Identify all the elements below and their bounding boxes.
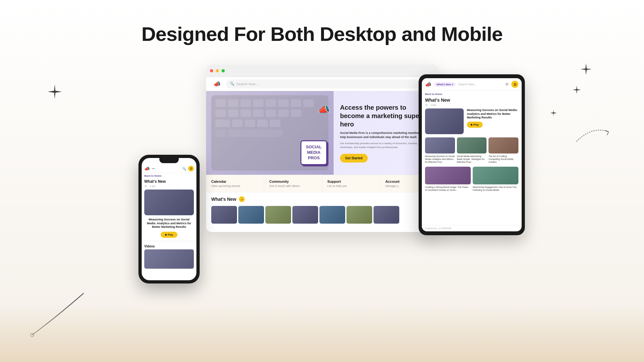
get-started-button[interactable]: Get Started <box>340 154 368 162</box>
tablet-search-tag[interactable]: What's New × <box>434 82 456 87</box>
powered-by-brand: ● LEARNINE <box>438 227 451 229</box>
tablet-grid-item-2: Social Media Advertising Made Simple: St… <box>457 137 487 163</box>
star-decoration-1 <box>47 84 63 100</box>
tablet-grid-title-3: The Art of Crafting Compelling Social Me… <box>488 155 518 163</box>
thumbnail-3 <box>265 206 291 224</box>
thumbnail-6 <box>346 206 372 224</box>
thumbnail-1 <box>211 206 237 224</box>
hero-description: Our membership provides access to a vari… <box>340 142 431 149</box>
svg-rect-20 <box>257 119 268 127</box>
mobile-play-button[interactable]: ▶ Play <box>161 232 178 238</box>
nav-tile-calendar-title: Calendar <box>211 180 259 183</box>
browser-dot-minimize <box>216 69 219 72</box>
mobile-video-thumbnail <box>144 190 194 215</box>
arrow-decoration <box>573 119 612 146</box>
svg-rect-8 <box>291 99 301 107</box>
tablet-grid-row2-title-1: Creating a Strong Brand Image: The Power… <box>425 186 471 191</box>
svg-point-0 <box>31 333 34 337</box>
tablet-back-button[interactable]: Back to Home <box>422 91 522 97</box>
nav-tile-support-title: Support <box>327 180 375 183</box>
svg-rect-11 <box>228 109 239 117</box>
svg-rect-19 <box>245 119 255 127</box>
tablet-grid-row2-title-2: Maximizing Engagement: How to Grow Your … <box>473 186 518 191</box>
devices-container: 📣 🔍 Search here... ☰ <box>145 65 499 283</box>
svg-rect-7 <box>278 99 289 107</box>
whats-new-title: What's New <box>211 197 236 202</box>
star-decoration-2 <box>580 63 592 76</box>
svg-rect-23 <box>228 130 282 137</box>
star-decoration-3 <box>572 85 581 94</box>
page-title: Designed For Both Desktop and Mobile <box>141 23 502 45</box>
badge-line1: SOCIAL <box>306 144 322 150</box>
mobile-video-title: Measuring Success on Social Media: Analy… <box>142 215 196 230</box>
browser-dot-close <box>210 69 213 72</box>
tablet-featured-info: Measuring Success on Social Media: Analy… <box>467 108 518 134</box>
tablet-play-button[interactable]: ▶ Play <box>467 122 483 128</box>
mobile-notch <box>159 158 179 163</box>
social-media-badge: SOCIAL MEDIA PROS <box>300 140 327 165</box>
badge-line2: MEDIA <box>306 150 322 155</box>
tablet-settings-icon[interactable]: ⚙ <box>505 82 509 87</box>
tablet-powered-by: Powered by ● LEARNINE <box>422 225 522 231</box>
tablet-grid-row2-thumb-1 <box>425 167 471 184</box>
mobile-logo: 📣 <box>144 166 150 171</box>
svg-rect-13 <box>253 109 264 117</box>
app-search-bar[interactable]: 🔍 Search here... <box>226 79 419 88</box>
tablet-grid-title-1: Measuring Success on Social Media: Analy… <box>425 155 455 163</box>
nav-tile-support-sub: Let us help you <box>327 184 375 188</box>
nav-tile-community-title: Community <box>269 180 317 183</box>
search-placeholder-text: Search here... <box>236 82 259 86</box>
tablet-grid-row2-item-1: Creating a Strong Brand Image: The Power… <box>425 167 471 191</box>
svg-rect-10 <box>215 109 226 117</box>
mobile-back-button[interactable]: Back to Home <box>142 173 196 179</box>
whats-new-badge[interactable]: → <box>239 196 245 202</box>
tablet-video-grid-row2: Creating a Strong Brand Image: The Power… <box>422 167 522 195</box>
star-decoration-4 <box>550 109 557 116</box>
mobile-video-thumb-small <box>144 249 194 269</box>
tablet-grid-thumb-1 <box>425 137 455 153</box>
nav-tile-calendar-sub: View upcoming events <box>211 184 259 188</box>
app-header: 📣 🔍 Search here... ☰ <box>206 77 438 91</box>
badge-line3: PROS <box>306 155 322 161</box>
desktop-mockup: 📣 🔍 Search here... ☰ <box>206 65 438 232</box>
svg-rect-15 <box>278 109 289 117</box>
mobile-divider <box>142 241 196 241</box>
mobile-search-button[interactable]: 🔍 <box>182 167 186 171</box>
nav-tile-calendar[interactable]: Calendar View upcoming events <box>206 175 264 192</box>
whats-new-bar: What's New → <box>206 192 438 206</box>
svg-rect-22 <box>215 130 226 137</box>
svg-rect-16 <box>291 109 301 117</box>
tablet-meta-time: 1 min <box>431 104 436 107</box>
browser-bar <box>206 65 438 77</box>
mobile-videos-label: Videos <box>142 243 196 249</box>
tablet-screen: 📣 What's New × Search here... ⚙ ☰ Back t… <box>422 78 522 231</box>
tablet-grid-thumb-2 <box>457 137 487 153</box>
svg-rect-3 <box>228 99 239 107</box>
tablet-clock-icon: 🕐 <box>425 104 428 107</box>
svg-rect-9 <box>303 99 314 107</box>
tablet-app-header: 📣 What's New × Search here... ⚙ ☰ <box>422 78 522 91</box>
mobile-menu-button[interactable]: ☰ <box>188 166 194 172</box>
mobile-header-title: ~~ <box>152 167 180 170</box>
whats-new-thumbnails <box>206 206 438 227</box>
tablet-grid-item-3: The Art of Crafting Compelling Social Me… <box>488 137 518 163</box>
mobile-clock-icon: 🕐 <box>144 185 147 188</box>
tablet-search-input[interactable]: Search here... <box>458 83 503 86</box>
mobile-mockup: 📣 ~~ 🔍 ☰ Back to Home What's New 🕐 1 min… <box>138 155 200 283</box>
svg-rect-21 <box>270 119 280 127</box>
nav-tile-community[interactable]: Community Get in touch with others <box>264 175 322 192</box>
tablet-meta: 🕐 1 min <box>422 104 522 108</box>
svg-rect-17 <box>215 119 230 127</box>
app-logo: 📣 <box>211 78 223 90</box>
curve-decoration <box>26 290 90 343</box>
tablet-menu-button[interactable]: ☰ <box>511 81 518 88</box>
thumbnail-7 <box>374 206 399 224</box>
hero-subtitle: Social Media Pros is a comprehensive mar… <box>340 131 431 139</box>
tablet-grid-title-2: Social Media Advertising Made Simple: St… <box>457 155 487 163</box>
thumbnail-2 <box>238 206 264 224</box>
tablet-grid-thumb-3 <box>488 137 518 153</box>
mobile-section-title: What's New <box>142 179 196 185</box>
tablet-video-grid: Measuring Success on Social Media: Analy… <box>422 137 522 167</box>
tablet-featured-video: Measuring Success on Social Media: Analy… <box>422 108 522 137</box>
nav-tile-support[interactable]: Support Let us help you <box>322 175 380 192</box>
